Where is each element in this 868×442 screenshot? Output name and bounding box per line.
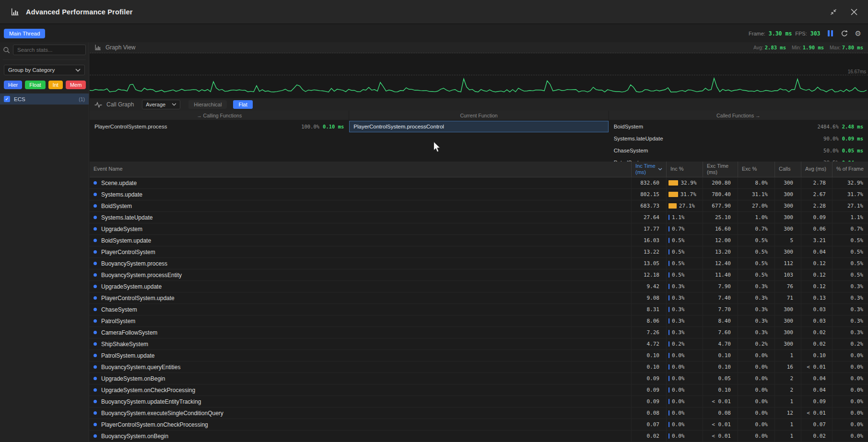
table-row[interactable]: BuoyancySystem.process13.050.5%12.400.5%…	[90, 258, 868, 269]
filter-chip-float[interactable]: Float	[25, 81, 45, 89]
filter-chips: HierFloatIntMem	[4, 81, 85, 89]
max-value: 7.80 ms	[842, 45, 863, 50]
table-row[interactable]: PlayerControlSystem13.220.5%13.200.5%300…	[90, 246, 868, 258]
event-dot-icon	[94, 377, 97, 380]
inc-pct-bar	[669, 192, 678, 197]
min-label: Min:	[792, 45, 801, 50]
graph-sparkline	[90, 54, 868, 98]
event-dot-icon	[94, 273, 97, 277]
inc-pct-bar	[669, 203, 677, 209]
frame-value: 3.30 ms	[769, 30, 792, 37]
called-function-row[interactable]: ChaseSystem50.0%0.05 ms	[609, 145, 868, 156]
event-name-cell: BuoyancySystem.executeSingleConditionQue…	[90, 407, 631, 419]
col-calls[interactable]: Calls	[774, 162, 801, 177]
table-row[interactable]: PatrolSystem8.060.3%8.400.3%3000.030.3%	[90, 315, 868, 327]
table-row[interactable]: Scene.update832.6032.9%200.808.0%3002.78…	[90, 177, 868, 189]
event-dot-icon	[94, 434, 97, 438]
table-row[interactable]: Systems.lateUpdate27.641.1%25.101.0%3000…	[90, 212, 868, 223]
aggregation-select[interactable]: Average	[142, 100, 180, 109]
restore-window-icon[interactable]	[830, 8, 837, 16]
event-name-cell: Systems.update	[90, 189, 631, 200]
event-name-cell: UpgradeSystem.onBegin	[90, 373, 631, 384]
table-row[interactable]: UpgradeSystem.onCheckProcessing0.090.0%0…	[90, 384, 868, 396]
filter-chip-int[interactable]: Int	[48, 81, 63, 89]
window-title: Advanced Performance Profiler	[26, 8, 133, 16]
table-row[interactable]: BoidSystem.update16.030.5%12.000.5%53.21…	[90, 235, 868, 246]
inc-pct-cell: 0.5%	[666, 246, 703, 257]
hierarchical-button[interactable]: Hierarchical	[188, 100, 227, 109]
table-row[interactable]: ChaseSystem8.310.3%7.700.3%3000.030.3%	[90, 304, 868, 315]
gear-icon[interactable]: ⚙	[855, 30, 861, 37]
called-function-row[interactable]: BoidSystem2484.6%2.48 ms	[609, 121, 868, 132]
table-row[interactable]: Systems.update802.1531.7%780.4031.1%3002…	[90, 189, 868, 200]
category-row-ecs[interactable]: ✓ECS(1)	[0, 93, 89, 105]
event-dot-icon	[94, 400, 97, 403]
pause-icon[interactable]	[828, 30, 833, 36]
table-row[interactable]: BoidSystem683.7327.1%677.9027.0%3002.282…	[90, 200, 868, 212]
event-dot-icon	[94, 423, 97, 426]
main-thread-tab[interactable]: Main Thread	[4, 29, 45, 38]
event-name-cell: BuoyancySystem.updateEntityTracking	[90, 396, 631, 407]
avg-value: 2.83 ms	[765, 45, 786, 50]
col-exc-pct[interactable]: Exc %	[738, 162, 774, 177]
calling-function-row[interactable]: PlayerControlSystem.process100.0%0.10 ms	[90, 121, 349, 132]
table-row[interactable]: BuoyancySystem.queryEntities0.100.0%0.10…	[90, 361, 868, 373]
col-exc-time[interactable]: Exc Time (ms)	[703, 162, 738, 177]
graph-view-header: Graph View Avg: 2.83 ms Min: 1.90 ms Max…	[90, 42, 868, 53]
table-row[interactable]: BuoyancySystem.updateEntityTracking0.090…	[90, 396, 868, 407]
inc-pct-bar	[669, 330, 669, 335]
window-controls	[830, 8, 868, 16]
inc-pct-cell: 31.7%	[666, 189, 703, 200]
aggregation-value: Average	[146, 102, 165, 107]
search-row	[3, 45, 86, 60]
inc-pct-cell: 0.0%	[666, 384, 703, 395]
col-frame-pct[interactable]: % of Frame	[832, 162, 868, 177]
inc-pct-cell: 0.0%	[666, 407, 703, 419]
table-row[interactable]: UpgradeSystem.update9.420.3%7.900.3%760.…	[90, 281, 868, 292]
call-graph-header: Call Graph Average Hierarchical Flat	[90, 98, 868, 111]
group-by-select[interactable]: Group by Category	[4, 65, 85, 75]
event-name-cell: PlayerControlSystem.update	[90, 292, 631, 303]
flat-button[interactable]: Flat	[233, 100, 252, 109]
event-name-cell: PlayerControlSystem	[90, 246, 631, 257]
called-functions-list: BoidSystem2484.6%2.48 msSystems.lateUpda…	[609, 120, 868, 162]
inc-pct-bar	[669, 376, 669, 381]
col-inc-pct[interactable]: Inc %	[666, 162, 703, 177]
table-row[interactable]: PatrolSystem.update0.100.0%0.100.0%10.10…	[90, 350, 868, 361]
col-inc-time[interactable]: Inc Time (ms)	[631, 162, 666, 177]
inc-pct-cell: 32.9%	[666, 177, 703, 188]
graph-stats: Avg: 2.83 ms Min: 1.90 ms Max: 7.80 ms	[753, 45, 863, 50]
inc-pct-cell: 0.3%	[666, 304, 703, 315]
inc-pct-bar	[669, 261, 669, 266]
event-name-cell: UpgradeSystem.update	[90, 281, 631, 292]
event-dot-icon	[94, 193, 97, 196]
event-name-cell: ShipShakeSystem	[90, 338, 631, 349]
close-icon[interactable]	[851, 9, 857, 15]
table-row[interactable]: BuoyancySystem.onBegin0.020.0%< 0.010.0%…	[90, 430, 868, 442]
table-row[interactable]: CameraFollowSystem7.260.3%7.600.3%3000.0…	[90, 327, 868, 338]
table-row[interactable]: ShipShakeSystem4.720.2%4.700.2%3000.020.…	[90, 338, 868, 350]
table-row[interactable]: PlayerControlSystem.update9.080.3%7.400.…	[90, 292, 868, 304]
table-row[interactable]: PlayerControlSystem.onCheckProcessing0.0…	[90, 419, 868, 430]
col-event-name[interactable]: Event Name	[90, 162, 631, 177]
refresh-icon[interactable]	[840, 30, 848, 37]
event-dot-icon	[94, 411, 97, 415]
stats-table-header: Event Name Inc Time (ms) Inc % Exc Time …	[90, 162, 868, 177]
event-name-cell: BuoyancySystem.processEntity	[90, 269, 631, 280]
event-dot-icon	[94, 250, 97, 254]
table-row[interactable]: BuoyancySystem.processEntity12.180.5%11.…	[90, 269, 868, 281]
called-function-row[interactable]: Systems.lateUpdate90.0%0.09 ms	[609, 133, 868, 144]
frame-time-graph[interactable]: 16.67ms	[90, 54, 868, 98]
col-avg[interactable]: Avg (ms)	[801, 162, 832, 177]
min-value: 1.90 ms	[803, 45, 824, 50]
table-row[interactable]: UpgradeSystem17.770.7%16.600.7%3000.060.…	[90, 223, 868, 235]
current-function-box[interactable]: PlayerControlSystem.processControl	[349, 121, 608, 132]
called-function-row[interactable]: PatrolSystem38.5%0.04 ms	[609, 157, 868, 162]
checkbox-icon[interactable]: ✓	[4, 96, 10, 102]
inc-pct-bar	[669, 387, 669, 393]
filter-chip-mem[interactable]: Mem	[66, 81, 86, 89]
filter-chip-hier[interactable]: Hier	[4, 81, 22, 89]
table-row[interactable]: BuoyancySystem.executeSingleConditionQue…	[90, 407, 868, 419]
table-row[interactable]: UpgradeSystem.onBegin0.090.0%0.050.0%20.…	[90, 373, 868, 384]
search-input[interactable]	[13, 45, 86, 55]
